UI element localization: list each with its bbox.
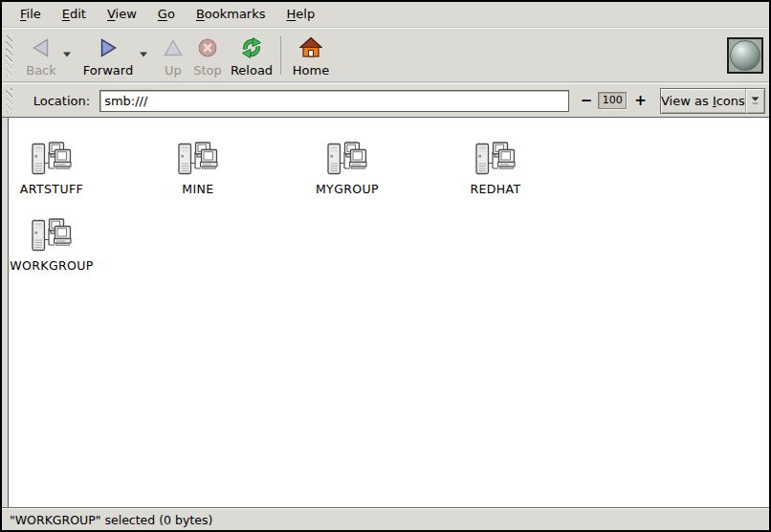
home-icon	[299, 36, 322, 59]
content-frame: ARTSTUFF MINE MYGROUP REDHAT WORKGROUP	[2, 117, 769, 508]
menu-help[interactable]: Help	[276, 2, 326, 27]
throbber-globe-icon	[730, 40, 760, 71]
workgroup-icon	[177, 141, 219, 179]
status-text: "WORKGROUP" selected (0 bytes)	[10, 513, 212, 527]
forward-button[interactable]: Forward	[79, 35, 137, 78]
icon-label: REDHAT	[470, 182, 520, 196]
back-button[interactable]: Back	[22, 35, 60, 78]
icon-view[interactable]: ARTSTUFF MINE MYGROUP REDHAT WORKGROUP	[8, 118, 769, 507]
menu-file[interactable]: File	[10, 2, 52, 27]
toolbar: Back Forward Up Stop	[2, 28, 769, 82]
view-as-label: View as Icons	[661, 94, 745, 108]
stop-label: Stop	[193, 63, 222, 78]
icon-item-artstuff[interactable]: ARTSTUFF	[9, 141, 95, 196]
reload-icon	[240, 36, 263, 59]
location-input[interactable]	[99, 90, 569, 112]
workgroup-icon	[474, 141, 517, 179]
status-bar: "WORKGROUP" selected (0 bytes)	[2, 508, 769, 530]
toolbar-separator	[280, 36, 281, 75]
icon-item-redhat[interactable]: REDHAT	[452, 141, 539, 196]
back-icon	[30, 36, 53, 59]
zoom-in-button[interactable]: +	[634, 92, 647, 109]
icon-item-mine[interactable]: MINE	[155, 141, 241, 196]
back-history-dropdown-icon[interactable]	[60, 52, 74, 57]
workgroup-icon	[31, 141, 73, 179]
up-icon	[162, 36, 185, 59]
stop-button[interactable]: Stop	[188, 35, 227, 78]
reload-label: Reload	[231, 63, 273, 78]
stop-icon	[196, 36, 219, 59]
throbber	[727, 37, 763, 74]
menu-go[interactable]: Go	[147, 2, 186, 27]
icon-label: MINE	[182, 182, 213, 196]
icon-item-workgroup[interactable]: WORKGROUP	[9, 217, 95, 273]
reload-button[interactable]: Reload	[227, 35, 276, 78]
menu-bar: File Edit View Go Bookmarks Help	[2, 2, 769, 28]
workgroup-icon	[326, 141, 368, 179]
menu-bookmarks[interactable]: Bookmarks	[186, 2, 276, 27]
icon-label: MYGROUP	[316, 182, 379, 196]
home-button[interactable]: Home	[288, 35, 334, 78]
icon-label: ARTSTUFF	[20, 182, 83, 196]
location-bar-drag-handle[interactable]	[6, 88, 12, 113]
view-as-arrow-icon[interactable]	[745, 89, 764, 113]
up-label: Up	[165, 63, 182, 78]
forward-icon	[97, 36, 120, 59]
location-label: Location:	[33, 94, 90, 108]
back-label: Back	[26, 63, 56, 78]
up-button[interactable]: Up	[158, 35, 188, 78]
forward-history-dropdown-icon[interactable]	[137, 52, 150, 57]
toolbar-drag-handle[interactable]	[6, 35, 12, 78]
home-label: Home	[293, 63, 329, 78]
zoom-level-indicator[interactable]: 100	[598, 92, 627, 109]
view-as-dropdown[interactable]: View as Icons	[660, 88, 765, 114]
menu-view[interactable]: View	[97, 2, 147, 27]
icon-label: WORKGROUP	[10, 258, 94, 273]
zoom-out-button[interactable]: −	[581, 92, 593, 109]
forward-label: Forward	[83, 63, 133, 78]
menu-edit[interactable]: Edit	[52, 2, 97, 27]
workgroup-icon	[31, 217, 73, 255]
location-bar: Location: − 100 + View as Icons	[2, 83, 769, 117]
icon-item-mygroup[interactable]: MYGROUP	[304, 141, 390, 196]
file-manager-window: File Edit View Go Bookmarks Help Back Fo…	[0, 0, 771, 532]
